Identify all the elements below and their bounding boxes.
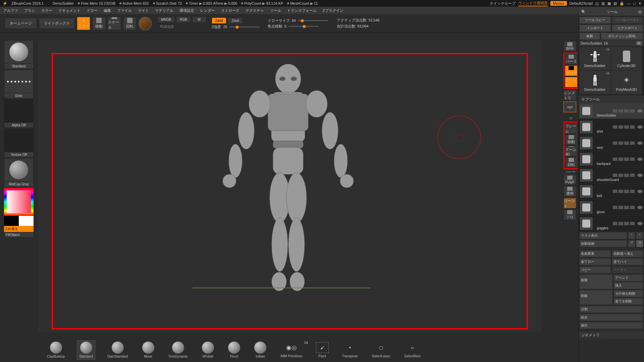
menu-alpha[interactable]: アルファ — [3, 8, 18, 13]
color-swatches[interactable] — [4, 216, 34, 226]
delete-all-button[interactable]: 全てを削除 — [613, 298, 644, 305]
rotate-cam-button[interactable]: 回転 — [565, 157, 578, 168]
brush-pinch[interactable]: Pinch — [226, 341, 242, 359]
menu-document[interactable]: ドキュメント — [58, 8, 80, 13]
default-zscript[interactable]: DefaultZScript — [570, 1, 593, 5]
swatch-white[interactable] — [19, 216, 34, 226]
fill-object-button[interactable]: FillObject — [4, 232, 34, 238]
brush-transpose[interactable]: ✦Transpose — [340, 341, 360, 359]
brush-paint[interactable]: 🖌Paint — [315, 341, 330, 359]
z-intensity-slider[interactable] — [229, 26, 260, 27]
menu-texture[interactable]: テクスチャ — [246, 8, 264, 13]
lock-icon[interactable]: 🔒 — [620, 1, 624, 6]
subtool-toggles[interactable] — [613, 125, 635, 129]
split-button[interactable]: 分割 — [579, 306, 643, 313]
quicksave-button[interactable]: クイックセーブ — [490, 1, 516, 6]
menu-stroke[interactable]: ストローク — [221, 8, 239, 13]
subtool-row[interactable]: vest — [579, 135, 644, 151]
tool-cell[interactable]: 11DemoSoldier — [579, 47, 610, 70]
home-button[interactable]: ホームページ — [5, 18, 37, 29]
move-cam-button[interactable]: 移動 — [565, 134, 578, 145]
extract-button[interactable]: 抽出 — [579, 322, 643, 329]
visibility-icon[interactable] — [637, 174, 643, 177]
merge-button[interactable]: 結合 — [579, 314, 643, 321]
up-arrow-button[interactable]: ↑ — [628, 232, 635, 239]
move-mode-button[interactable]: 移動 — [92, 17, 106, 30]
window-transparency[interactable]: ウィンドウ透明度 — [518, 1, 548, 6]
delete-button[interactable]: 削除 — [579, 290, 613, 305]
persp-button[interactable]: パース — [565, 54, 578, 65]
brush-trimdynamic[interactable]: TrimDynamic — [166, 341, 190, 359]
menu-preferences[interactable]: 環境設定 — [179, 8, 194, 13]
move-up-button[interactable]: ↗ — [628, 240, 635, 247]
down-arrow-button[interactable]: ↓ — [636, 232, 643, 239]
zsub-button[interactable]: Zsub — [228, 17, 243, 24]
window-icon[interactable]: ▦ — [607, 1, 611, 6]
menu-zplugin[interactable]: Zプラグイン — [323, 8, 343, 13]
makepolymesh-button[interactable]: ポリメッシュ3D化 — [601, 33, 643, 40]
zadd-button[interactable]: Zadd — [212, 17, 227, 24]
menu-transform[interactable]: トランスフォーム — [287, 8, 317, 13]
brush-hpolish[interactable]: hPolish — [200, 341, 216, 359]
menu-light[interactable]: ライト — [138, 8, 149, 13]
visibility-icon[interactable] — [637, 222, 643, 225]
subtool-row[interactable]: shirt — [579, 119, 644, 135]
r-button[interactable]: R — [636, 41, 642, 45]
brush-move[interactable]: Move — [140, 341, 156, 359]
tool-copy-button[interactable]: ツールコピー — [579, 16, 611, 24]
subtool-row[interactable]: glove — [579, 199, 644, 216]
rotate-mode-button[interactable]: 回転 — [123, 17, 137, 30]
menu-color[interactable]: カラー — [41, 8, 52, 13]
import-button[interactable]: インポート — [579, 24, 611, 32]
menu-material[interactable]: マテリアル — [155, 8, 173, 13]
tool-panel-header[interactable]: 🔍 ツール ⊟ — [579, 8, 644, 16]
maximize-icon[interactable]: □ — [633, 1, 636, 5]
transparent-button[interactable]: 透明 — [564, 186, 576, 197]
visibility-icon[interactable] — [637, 158, 643, 161]
export-button[interactable]: エクスポート — [612, 24, 644, 32]
draw-mode-button[interactable]: ✦ドロー — [77, 17, 90, 30]
paste-button[interactable]: ペースト — [612, 266, 644, 274]
subtool-row[interactable]: belt — [579, 183, 644, 199]
tool-paste-button[interactable]: ツールペースト — [612, 16, 644, 24]
minimize-icon[interactable]: — — [627, 1, 631, 5]
duplicate-button[interactable]: 複製 — [579, 274, 613, 289]
subtool-toggles[interactable] — [613, 222, 635, 225]
visibility-icon[interactable] — [637, 109, 643, 113]
listview-button[interactable]: リスト表示 — [579, 232, 627, 239]
focal-shift-slider[interactable] — [288, 26, 319, 27]
symmetry-button[interactable]: シンメトリ — [564, 90, 576, 101]
alpha-selector[interactable] — [4, 99, 34, 123]
window-icon[interactable]: ▧ — [613, 1, 617, 6]
search-icon[interactable]: 🔍 — [581, 10, 586, 14]
ghost-button[interactable]: ゴースト — [564, 198, 576, 208]
viewport[interactable] — [38, 40, 541, 332]
color-picker[interactable] — [4, 188, 34, 216]
brush-imm[interactable]: ◉◎14IMM Primitives — [278, 341, 305, 359]
tool-cell[interactable]: ✦PolyMesh3D — [611, 71, 642, 94]
visibility-icon[interactable] — [637, 206, 643, 209]
menu-render[interactable]: レンダー — [200, 8, 215, 13]
insert-button[interactable]: 挿入 — [613, 282, 644, 289]
menu-edit[interactable]: 編集 — [104, 8, 111, 13]
window-icon[interactable]: ▥ — [601, 1, 605, 6]
xyz-button[interactable]: xyz — [564, 102, 576, 112]
collapse-icon[interactable]: ⊟ — [638, 10, 641, 14]
material-sphere-button[interactable] — [139, 17, 152, 30]
alllow-button[interactable]: 全てロー — [579, 258, 611, 265]
subtool-row[interactable]: shoulderGuard — [579, 167, 644, 183]
subtool-row[interactable]: DemoSoldier — [579, 103, 644, 119]
tool-cell[interactable]: 11DemoSoldier — [579, 71, 610, 94]
delete-other-button[interactable]: その他を削除 — [613, 290, 644, 297]
brush-claybuildup[interactable]: ClayBuildup — [45, 341, 67, 359]
subtool-header[interactable]: サブツール — [579, 96, 644, 103]
clone-button[interactable]: 複製 — [579, 33, 600, 40]
subtool-row[interactable]: backpack — [579, 151, 644, 167]
floor-button[interactable]: フロア — [565, 65, 578, 76]
local-button[interactable]: ローカル — [565, 77, 578, 87]
copy-button[interactable]: コピー — [579, 266, 611, 274]
rename-button[interactable]: 名前変更 — [579, 250, 611, 257]
material-selector[interactable] — [4, 158, 34, 182]
menu-draw[interactable]: ドロー — [87, 8, 98, 13]
visibility-icon[interactable] — [637, 125, 643, 129]
